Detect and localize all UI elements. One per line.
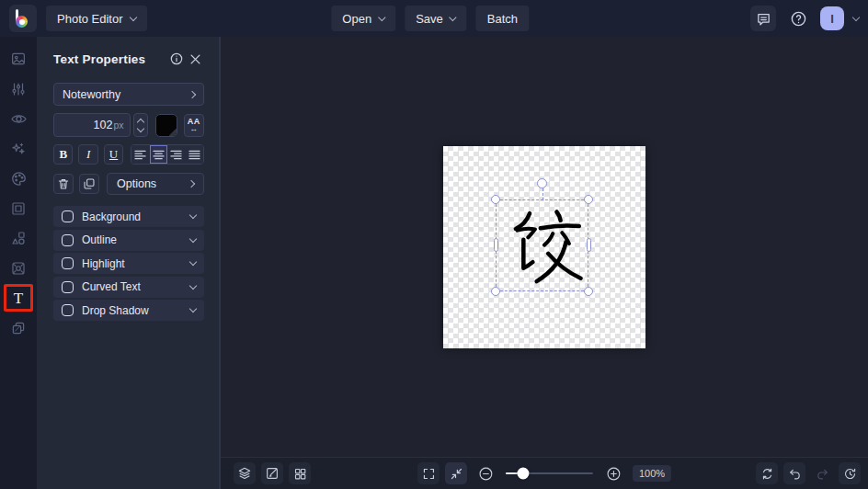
topbar-right: I xyxy=(750,6,859,31)
sidebar-item-effects[interactable] xyxy=(4,135,33,163)
resize-handle-top-right[interactable] xyxy=(584,195,593,204)
sidebar-item-touchup[interactable] xyxy=(4,105,33,132)
befunky-logo[interactable] xyxy=(9,5,37,32)
panel-title: Text Properties xyxy=(53,52,145,66)
text-color-swatch[interactable] xyxy=(155,114,177,137)
account-menu-chevron-icon[interactable] xyxy=(852,13,860,20)
resize-handle-top-left[interactable] xyxy=(491,195,500,204)
graphics-shapes-icon xyxy=(10,230,27,246)
save-button[interactable]: Save xyxy=(405,6,467,31)
zoom-slider[interactable] xyxy=(500,472,599,474)
letter-spacing-button[interactable]: AA ↔ xyxy=(184,114,204,137)
toggle-drop-shadow[interactable]: Drop Shadow xyxy=(53,300,204,321)
sidebar-item-frames[interactable] xyxy=(4,195,33,222)
zoom-in-button[interactable] xyxy=(602,462,624,484)
reset-button[interactable] xyxy=(756,462,778,484)
chevron-down-icon xyxy=(189,234,197,242)
action-row: Options xyxy=(53,173,204,195)
batch-button[interactable]: Batch xyxy=(476,6,529,31)
close-panel-button[interactable] xyxy=(186,50,204,68)
bold-button[interactable]: B xyxy=(53,144,73,165)
sidebar-item-artsy[interactable] xyxy=(4,165,33,192)
chevron-down-icon xyxy=(129,13,136,20)
resize-handle-left[interactable] xyxy=(494,238,498,252)
align-justify-button[interactable] xyxy=(186,145,203,164)
fit-to-screen-button[interactable] xyxy=(445,462,467,484)
toggle-background[interactable]: Background xyxy=(53,206,204,227)
font-family-select[interactable]: Noteworthy xyxy=(53,83,204,106)
history-clock-icon xyxy=(843,467,857,481)
sidebar-item-layers[interactable] xyxy=(4,314,33,342)
rotation-stem xyxy=(542,188,543,200)
tool-sidebar: T xyxy=(0,37,37,489)
delete-text-button[interactable] xyxy=(53,174,74,194)
app-menu-label: Photo Editor xyxy=(57,12,123,26)
redo-button[interactable] xyxy=(811,462,833,484)
befunky-logo-icon xyxy=(16,9,30,28)
checkbox-icon[interactable] xyxy=(62,210,74,222)
zoom-out-button[interactable] xyxy=(474,462,497,484)
avatar[interactable]: I xyxy=(820,6,844,30)
content: T Text Properties xyxy=(0,37,868,489)
text-properties-panel: Text Properties Noteworthy xyxy=(37,37,221,489)
info-button[interactable] xyxy=(167,50,186,68)
stepper-down-icon xyxy=(137,124,144,131)
underline-button[interactable]: U xyxy=(104,144,123,165)
zoom-slider-thumb[interactable] xyxy=(517,468,529,480)
minus-circle-icon xyxy=(477,466,493,482)
align-justify-icon xyxy=(188,150,200,160)
canvas[interactable] xyxy=(443,146,645,348)
checkbox-icon[interactable] xyxy=(62,234,74,246)
chevron-right-icon xyxy=(188,180,195,188)
sidebar-item-textures[interactable] xyxy=(4,255,33,282)
reset-refresh-icon xyxy=(760,467,774,481)
checkbox-icon[interactable] xyxy=(62,304,74,316)
align-right-button[interactable] xyxy=(167,145,185,164)
font-size-stepper[interactable] xyxy=(133,113,148,137)
sidebar-item-adjust[interactable] xyxy=(4,75,33,103)
toggle-outline[interactable]: Outline xyxy=(53,230,204,251)
checkbox-icon[interactable] xyxy=(62,257,74,269)
duplicate-text-button[interactable] xyxy=(79,174,99,194)
help-button[interactable] xyxy=(785,6,811,31)
checkbox-icon[interactable] xyxy=(62,281,74,293)
layers-button[interactable] xyxy=(234,462,256,484)
undo-button[interactable] xyxy=(783,462,805,484)
rotation-handle[interactable] xyxy=(537,178,547,188)
resize-handle-right[interactable] xyxy=(587,238,591,252)
zoom-slider-track[interactable] xyxy=(506,472,593,474)
sidebar-item-edit[interactable] xyxy=(4,45,33,73)
main-column: 100% xyxy=(221,37,868,489)
photo-editor-app: Photo Editor Open Save Batch xyxy=(0,0,868,489)
topbar-center: Open Save Batch xyxy=(331,0,529,37)
italic-button[interactable]: I xyxy=(78,144,97,165)
align-right-icon xyxy=(170,150,182,160)
chevron-down-icon xyxy=(450,13,457,20)
toggle-curved-text[interactable]: Curved Text xyxy=(53,277,204,298)
effects-sparkles-icon xyxy=(10,141,27,157)
resize-handle-bottom-left[interactable] xyxy=(491,287,500,296)
size-row: 102 px AA ↔ xyxy=(53,113,204,137)
undo-icon xyxy=(788,467,802,481)
align-center-button[interactable] xyxy=(150,145,167,164)
sidebar-item-text[interactable]: T xyxy=(4,284,33,312)
sidebar-item-graphics[interactable] xyxy=(4,224,33,252)
font-size-input[interactable]: 102 px xyxy=(53,113,131,137)
resize-handle-bottom-right[interactable] xyxy=(584,287,593,296)
edit-canvas-button[interactable] xyxy=(261,462,283,484)
fullscreen-button[interactable] xyxy=(417,462,440,484)
frames-icon xyxy=(10,200,27,217)
grid-view-button[interactable] xyxy=(289,462,311,484)
options-button[interactable]: Options xyxy=(107,173,204,195)
align-left-icon xyxy=(134,150,146,160)
feedback-chat-button[interactable] xyxy=(750,6,776,31)
align-left-button[interactable] xyxy=(131,145,149,164)
history-button[interactable] xyxy=(839,462,861,484)
touchup-eye-icon xyxy=(10,110,28,128)
chat-bubble-icon xyxy=(756,11,771,27)
text-selection-box[interactable] xyxy=(496,199,588,291)
open-button[interactable]: Open xyxy=(331,6,395,31)
toggle-highlight[interactable]: Highlight xyxy=(53,253,204,274)
app-menu-button[interactable]: Photo Editor xyxy=(46,6,147,31)
workspace xyxy=(221,37,868,457)
